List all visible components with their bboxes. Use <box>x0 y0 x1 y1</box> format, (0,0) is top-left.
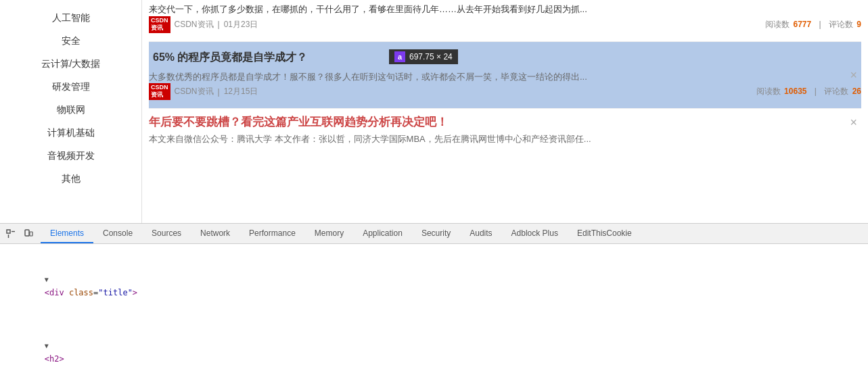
sidebar-item-cs[interactable]: 计算机基础 <box>0 122 141 145</box>
devtools-code-area: ▼ <div class="title"> ▼ <h2> <a href="ht… <box>0 244 868 365</box>
article-2-stats: 阅读数 10635 | 评论数 26 <box>756 86 861 97</box>
device-toolbar-button[interactable] <box>20 226 37 242</box>
code-line-1: ▼ <div class="title"> <box>0 247 868 313</box>
sidebar-item-ai[interactable]: 人工智能 <box>0 7 141 30</box>
tab-elements[interactable]: Elements <box>41 224 93 243</box>
article-3-desc: 本文来自微信公众号：腾讯大学 本文作者：张以哲，同济大学国际MBA，先后在腾讯网… <box>149 132 861 146</box>
article-1-stats: 阅读数 6777 | 评论数 9 <box>765 19 861 30</box>
tab-memory[interactable]: Memory <box>305 224 353 243</box>
inspect-element-button[interactable] <box>3 226 19 242</box>
article-2-title[interactable]: 65% 的程序员竟都是自学成才？ <box>149 47 861 68</box>
article-3: 年后要不要跳槽？看完这篇产业互联网趋势分析再决定吧！ × 本文来自微信公众号：腾… <box>149 109 861 151</box>
tab-application[interactable]: Application <box>353 224 412 243</box>
svg-rect-4 <box>30 232 32 236</box>
article-1-desc: 来交代一下，你抓了多少数据，在哪抓的，干什么用了，看够在里面待几年……从去年开始… <box>149 3 861 16</box>
code-line-2: ▼ <h2> <box>0 313 868 365</box>
article-2-date: 12月15日 <box>224 86 258 97</box>
article-2: 65% 的程序员竟都是自学成才？ × 大多数优秀的程序员都是自学成才！服不服？很… <box>149 42 861 110</box>
collapse-triangle-2[interactable]: ▼ <box>45 342 49 349</box>
article-2-meta: CSDN资讯 CSDN资讯 | 12月15日 阅读数 10635 | 评论数 2… <box>149 83 861 100</box>
sidebar-item-avdev[interactable]: 音视频开发 <box>0 145 141 168</box>
sidebar-item-security[interactable]: 安全 <box>0 30 141 53</box>
tab-performance[interactable]: Performance <box>239 224 305 243</box>
article-1: 来交代一下，你抓了多少数据，在哪抓的，干什么用了，看够在里面待几年……从去年开始… <box>149 0 861 42</box>
svg-rect-3 <box>25 230 29 236</box>
element-tooltip: a 697.75 × 24 <box>389 49 458 64</box>
svg-rect-0 <box>7 230 10 233</box>
article-2-logo: CSDN资讯 <box>149 83 170 100</box>
article-3-title[interactable]: 年后要不要跳槽？看完这篇产业互联网趋势分析再决定吧！ <box>149 114 861 130</box>
articles-area: 来交代一下，你抓了多少数据，在哪抓的，干什么用了，看够在里面待几年……从去年开始… <box>142 0 868 223</box>
tooltip-size: 697.75 × 24 <box>409 52 453 62</box>
sidebar: 人工智能 安全 云计算/大数据 研发管理 物联网 计算机基础 音视频开发 其他 <box>0 0 142 223</box>
tab-editcookie[interactable]: EditThisCookie <box>568 224 641 243</box>
sidebar-item-iot[interactable]: 物联网 <box>0 99 141 122</box>
collapse-triangle-1[interactable]: ▼ <box>45 276 49 283</box>
article-1-date: 01月23日 <box>224 19 258 30</box>
sidebar-item-cloud[interactable]: 云计算/大数据 <box>0 53 141 76</box>
close-article-3-icon[interactable]: × <box>850 116 857 130</box>
tooltip-letter: a <box>394 51 405 62</box>
devtools-panel: Elements Console Sources Network Perform… <box>0 223 868 365</box>
devtools-tabs: Elements Console Sources Network Perform… <box>41 224 641 243</box>
devtools-toolbar: Elements Console Sources Network Perform… <box>0 224 868 244</box>
tab-network[interactable]: Network <box>191 224 239 243</box>
tab-security[interactable]: Security <box>412 224 460 243</box>
tab-sources[interactable]: Sources <box>142 224 191 243</box>
tab-adblock[interactable]: Adblock Plus <box>502 224 568 243</box>
article-1-logo: CSDN资讯 <box>149 16 170 33</box>
article-2-source: CSDN资讯 <box>175 86 214 97</box>
tab-audits[interactable]: Audits <box>460 224 501 243</box>
page-content: 人工智能 安全 云计算/大数据 研发管理 物联网 计算机基础 音视频开发 其他 <box>0 0 868 223</box>
close-article-2-icon[interactable]: × <box>850 69 857 81</box>
tab-console[interactable]: Console <box>93 224 142 243</box>
article-1-meta: CSDN资讯 CSDN资讯 | 01月23日 阅读数 6777 | 评论数 9 <box>149 16 861 33</box>
sidebar-item-devmgmt[interactable]: 研发管理 <box>0 76 141 99</box>
main-layout: 人工智能 安全 云计算/大数据 研发管理 物联网 计算机基础 音视频开发 其他 <box>0 0 868 365</box>
sidebar-item-other[interactable]: 其他 <box>0 168 141 191</box>
article-1-source: CSDN资讯 <box>175 19 214 30</box>
article-2-desc: 大多数优秀的程序员都是自学成才！服不服？很多人在听到这句话时，或许都会不屑一笑，… <box>149 70 861 84</box>
